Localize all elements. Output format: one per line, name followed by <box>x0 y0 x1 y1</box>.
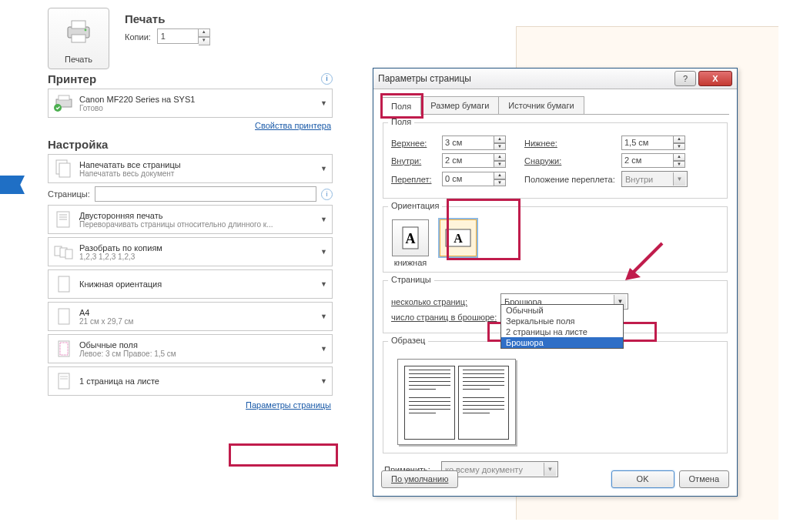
multiple-pages-list[interactable]: Обычный Зеркальные поля 2 страницы на ли… <box>500 304 624 349</box>
margin-inside-spinner[interactable]: 2 см▲▼ <box>442 153 506 168</box>
margins-icon <box>53 338 75 360</box>
settings-section-title: Настройка <box>48 138 108 151</box>
preview-image <box>397 359 516 445</box>
print-range-selector[interactable]: Напечатать все страницыНапечатать весь д… <box>48 154 333 183</box>
ok-button[interactable]: OK <box>611 470 674 488</box>
svg-rect-15 <box>65 249 72 259</box>
svg-rect-17 <box>59 309 69 324</box>
svg-rect-8 <box>59 163 70 177</box>
orientation-selector[interactable]: Книжная ориентация▼ <box>48 269 333 299</box>
tab-margins[interactable]: Поля <box>381 97 421 115</box>
orientation-portrait[interactable]: Aкнижная <box>391 219 430 267</box>
svg-rect-20 <box>59 373 69 389</box>
margins-selector[interactable]: Обычные поляЛевое: 3 см Правое: 1,5 см▼ <box>48 334 333 363</box>
svg-rect-2 <box>72 35 85 42</box>
page-setup-link[interactable]: Параметры страницы <box>246 400 331 410</box>
tab-paper-source[interactable]: Источник бумаги <box>498 96 584 114</box>
orientation-landscape[interactable]: A <box>439 219 477 267</box>
copies-spinner[interactable]: 1 ▲▼ <box>157 28 210 45</box>
dialog-title: Параметры страницы <box>378 73 672 84</box>
margin-bottom-spinner[interactable]: 1,5 см▲▼ <box>621 136 685 150</box>
sheet-icon <box>53 370 75 392</box>
printer-selector[interactable]: Canon MF220 Series на SYS1Готово ▼ <box>48 89 333 118</box>
svg-text:A: A <box>406 231 416 246</box>
page-setup-dialog: Параметры страницы ? X Поля Размер бумаг… <box>373 68 738 497</box>
margin-top-spinner[interactable]: 3 см▲▼ <box>442 136 506 150</box>
svg-rect-5 <box>59 95 69 100</box>
collate-icon <box>53 241 75 263</box>
cancel-button[interactable]: Отмена <box>679 470 729 488</box>
copies-label: Копии: <box>125 32 151 42</box>
portrait-icon <box>53 273 75 295</box>
pages-label: Страницы: <box>48 189 90 199</box>
svg-point-3 <box>85 29 87 32</box>
printer-section-title: Принтер <box>48 72 96 85</box>
page-icon <box>53 306 75 327</box>
svg-rect-1 <box>72 21 85 28</box>
pages-input[interactable] <box>95 186 316 202</box>
svg-text:A: A <box>454 232 463 245</box>
paper-size-selector[interactable]: A421 см x 29,7 см▼ <box>48 302 333 331</box>
default-button[interactable]: По умолчанию <box>381 470 458 488</box>
gutter-position-dropdown: Внутри▼ <box>621 171 688 187</box>
printer-icon <box>63 18 94 45</box>
printer-status-icon <box>53 92 75 114</box>
chevron-down-icon: ▼ <box>320 99 327 107</box>
close-button[interactable]: X <box>698 71 732 86</box>
svg-point-6 <box>54 104 62 112</box>
print-button[interactable]: Печать <box>48 8 109 69</box>
help-button[interactable]: ? <box>674 71 696 86</box>
info-icon[interactable]: i <box>321 73 333 85</box>
duplex-selector[interactable]: Двусторонняя печатьПереворачивать страни… <box>48 205 333 234</box>
svg-rect-16 <box>59 276 69 292</box>
tab-paper-size[interactable]: Размер бумаги <box>420 96 499 114</box>
duplex-icon <box>53 209 75 230</box>
margin-outside-spinner[interactable]: 2 см▲▼ <box>621 153 685 168</box>
printer-properties-link[interactable]: Свойства принтера <box>255 121 331 130</box>
print-heading: Печать <box>125 12 333 25</box>
info-icon[interactable]: i <box>321 189 333 200</box>
pages-per-sheet-selector[interactable]: 1 страница на листе▼ <box>48 366 333 396</box>
gutter-spinner[interactable]: 0 см▲▼ <box>442 172 506 186</box>
pages-icon <box>53 158 75 179</box>
collate-selector[interactable]: Разобрать по копиям1,2,3 1,2,3 1,2,3▼ <box>48 237 333 266</box>
